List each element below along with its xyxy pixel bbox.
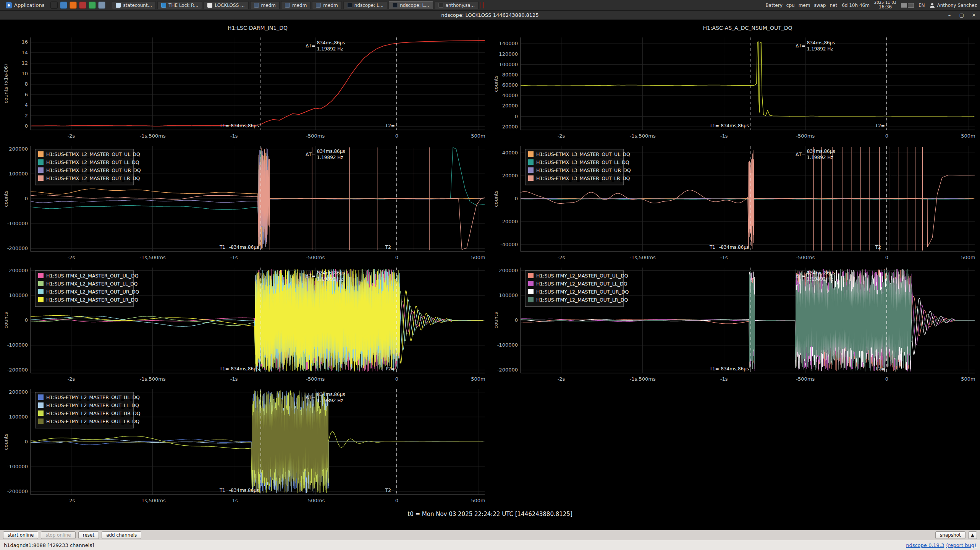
y-tick-label: 4 <box>25 102 28 108</box>
plot-cell-1: -2s-1s,500ms-1s-500ms0500m0246810121416T… <box>0 20 490 141</box>
add-channels-button[interactable]: add channels <box>102 531 141 539</box>
dt-value: 834ms,86µs <box>317 270 345 276</box>
mail-launcher-icon[interactable] <box>79 2 86 9</box>
report-bug-link[interactable]: (report bug) <box>946 542 976 548</box>
tray-cpu-monitor[interactable]: cpu <box>786 3 795 8</box>
taskbar-window-label: LOCKLOSS ... <box>215 3 244 8</box>
taskbar-window-5[interactable]: medm <box>312 1 341 9</box>
files-launcher-icon[interactable] <box>60 2 67 9</box>
taskbar-window-3[interactable]: medm <box>250 1 280 9</box>
y-axis-label: counts <box>493 312 499 329</box>
window-titlebar[interactable]: ndscope: LOCKLOSS 1446243880.8125 – ▢ ✕ <box>0 11 980 20</box>
tray-monitors: Batterycpumemswapnet <box>765 3 837 8</box>
y-tick-label: 40000 <box>502 92 518 98</box>
x-tick-label: -1s <box>720 255 728 260</box>
y-tick-label: 0 <box>515 196 518 201</box>
alert-app-icon-2[interactable] <box>483 2 484 8</box>
cursor-t2-label: T2= <box>385 245 395 250</box>
t0-label: t0 = Mon Nov 03 2025 22:24:22 UTC [14462… <box>0 506 980 522</box>
tray-mem-monitor[interactable]: mem <box>799 3 810 8</box>
plot-canvas-4[interactable]: -2s-1s,500ms-1s-500ms0500m-40000-2000002… <box>490 141 980 263</box>
legend-swatch <box>38 297 44 302</box>
cursor-t2-label: T2= <box>875 245 885 250</box>
plot-canvas-7[interactable]: -2s-1s,500ms-1s-500ms0500m-200000-100000… <box>0 385 490 506</box>
firefox-launcher-icon[interactable] <box>70 2 77 9</box>
legend-label: H1:SUS-ETMX_L2_MASTER_OUT_LR_DQ <box>46 175 140 181</box>
alert-app-icon-1[interactable] <box>480 2 481 8</box>
applications-menu[interactable]: Applications <box>3 2 47 9</box>
terminal-launcher-icon[interactable] <box>50 2 58 9</box>
legend-swatch <box>38 410 44 416</box>
taskbar-window-4[interactable]: medm <box>281 1 310 9</box>
x-tick-label: -2s <box>68 133 75 139</box>
share-launcher-icon[interactable] <box>89 2 96 9</box>
plot-canvas-1[interactable]: -2s-1s,500ms-1s-500ms0500m0246810121416T… <box>0 20 490 141</box>
expand-button[interactable]: ▲ <box>968 531 977 539</box>
legend-label: H1:SUS-ETMX_L2_MASTER_OUT_UL_DQ <box>46 151 140 157</box>
x-tick-label: -2s <box>68 498 75 503</box>
start-online-button[interactable]: start online <box>3 531 38 539</box>
y-tick-label: 200000 <box>9 268 28 273</box>
tray-swap-monitor[interactable]: swap <box>814 3 826 8</box>
taskbar-extra-icons <box>479 2 484 8</box>
maximize-button[interactable]: ▢ <box>956 12 968 18</box>
plot-canvas-5[interactable]: -2s-1s,500ms-1s-500ms0500m-200000-100000… <box>0 263 490 385</box>
y-tick-label: 60000 <box>502 82 518 88</box>
plot-canvas-6[interactable]: -2s-1s,500ms-1s-500ms0500m-200000-100000… <box>490 263 980 385</box>
stop-online-button: stop online <box>41 531 75 539</box>
version-link[interactable]: ndscope 0.19.3 <box>906 542 944 548</box>
legend-label: H1:SUS-ETMY_L2_MASTER_OUT_UR_DQ <box>46 410 141 416</box>
plot-canvas-3[interactable]: -2s-1s,500ms-1s-500ms0500m-200000-100000… <box>0 141 490 263</box>
y-tick-label: 200000 <box>499 268 518 273</box>
taskbar-window-1[interactable]: THE Lock R... <box>157 1 202 9</box>
y-tick-label: 0 <box>25 317 28 323</box>
reset-button[interactable]: reset <box>78 531 99 539</box>
y-tick-label: -200000 <box>7 245 28 251</box>
taskbar-window-6[interactable]: ndscope: L... <box>343 1 387 9</box>
x-tick-label: 0 <box>885 255 888 260</box>
legend-label: H1:SUS-ITMX_L2_MASTER_OUT_UL_DQ <box>46 273 139 279</box>
workspace-2[interactable] <box>908 3 914 8</box>
user-menu[interactable]: Anthony Sanchez <box>930 3 977 8</box>
dt-frequency: 1.19892 Hz <box>317 46 343 52</box>
legend-label: H1:SUS-ETMX_L2_MASTER_OUT_UR_DQ <box>46 167 141 173</box>
y-tick-label: -100000 <box>7 221 28 226</box>
dt-value: 834ms,86µs <box>317 40 345 45</box>
y-tick-label: 20000 <box>502 173 518 178</box>
y-tick-label: 40000 <box>502 150 518 156</box>
workspace-switcher[interactable] <box>901 3 914 8</box>
ndscope-icon <box>393 3 398 8</box>
clock[interactable]: 2025-11-03 16:36 <box>874 0 896 10</box>
y-tick-label: 0 <box>25 196 28 201</box>
cursor-t1-label: T1=-834ms,86µs <box>219 488 259 493</box>
taskbar-window-8[interactable]: anthony.sa... <box>435 1 479 9</box>
editor-launcher-icon[interactable] <box>98 2 105 9</box>
tray-net-monitor[interactable]: net <box>830 3 837 8</box>
legend-swatch <box>38 402 44 408</box>
workspace-1[interactable] <box>901 3 907 8</box>
taskbar-window-0[interactable]: statecount... <box>112 1 156 9</box>
x-tick-label: -1s <box>230 498 238 503</box>
close-button[interactable]: ✕ <box>968 12 980 18</box>
dt-frequency: 1.19892 Hz <box>317 398 343 403</box>
plot-canvas-2[interactable]: -2s-1s,500ms-1s-500ms0500m-2000002000040… <box>490 20 980 141</box>
taskbar-window-2[interactable]: LOCKLOSS ... <box>204 1 248 9</box>
y-axis-label: counts (x1e-06) <box>3 64 9 104</box>
x-tick-label: -1s <box>720 376 728 382</box>
x-tick-label: -500ms <box>796 133 815 139</box>
tray-battery-monitor[interactable]: Battery <box>765 3 782 8</box>
x-tick-label: -500ms <box>306 133 325 139</box>
snapshot-button[interactable]: snapshot <box>935 531 965 539</box>
keyboard-layout[interactable]: EN <box>919 3 925 8</box>
ndscope-icon <box>347 3 352 8</box>
y-tick-label: -100000 <box>7 464 28 469</box>
x-tick-label: 500m <box>961 376 975 382</box>
legend-swatch <box>38 159 44 165</box>
cursor-t2-label: T2= <box>385 123 395 128</box>
dt-prefix: ΔT= <box>796 273 805 279</box>
minimize-button[interactable]: – <box>943 12 956 18</box>
system-tray: Batterycpumemswapnet 6d 10h 46m 2025-11-… <box>765 0 977 10</box>
cursor-t2-label: T2= <box>385 488 395 493</box>
taskbar-window-7[interactable]: ndscope: L... <box>389 1 433 9</box>
cursor-t2-label: T2= <box>875 123 885 128</box>
